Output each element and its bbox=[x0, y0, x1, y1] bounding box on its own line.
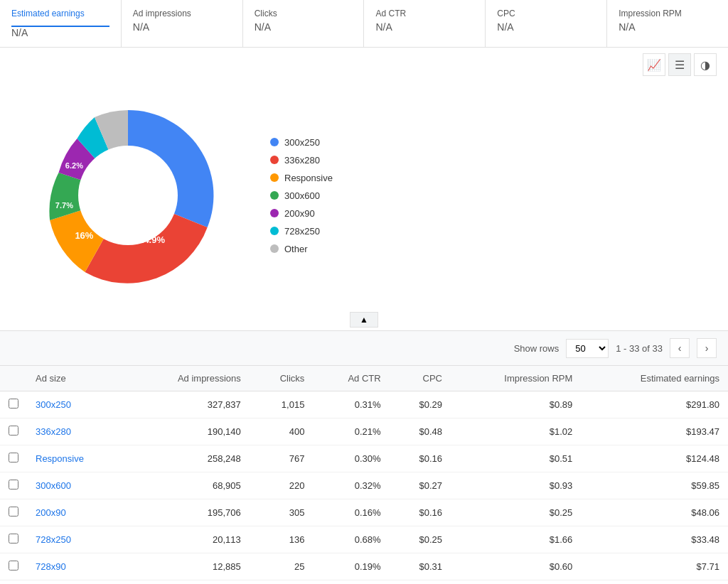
prev-page-button[interactable]: ‹ bbox=[670, 338, 690, 358]
table-area: Show rows 50 25 100 1 - 33 of 33 ‹ › Ad … bbox=[0, 330, 728, 584]
row-clicks: 767 bbox=[250, 445, 314, 472]
col-adsize[interactable]: Ad size bbox=[27, 366, 127, 391]
row-estimatedearnings: $48.06 bbox=[581, 499, 728, 526]
row-clicks: 1,015 bbox=[250, 391, 314, 418]
table-row: Responsive 258,248 767 0.30% $0.16 $0.51… bbox=[0, 445, 728, 472]
row-adimpressions: 12,885 bbox=[127, 553, 249, 580]
row-adsize[interactable]: 300x250 bbox=[27, 391, 127, 418]
col-cpc[interactable]: CPC bbox=[390, 366, 451, 391]
row-adsize[interactable]: 728x90 bbox=[27, 553, 127, 580]
row-estimatedearnings: $193.47 bbox=[581, 418, 728, 445]
row-checkbox[interactable] bbox=[0, 499, 27, 526]
row-estimatedearnings: $124.48 bbox=[581, 445, 728, 472]
row-checkbox[interactable] bbox=[0, 553, 27, 580]
table-row: 200x90 195,706 305 0.16% $0.16 $0.25 $48… bbox=[0, 499, 728, 526]
stat-item-impression-rpm[interactable]: Impression RPM N/A bbox=[607, 0, 728, 47]
row-estimatedearnings: $33.48 bbox=[581, 526, 728, 553]
table-row: 300x600 68,905 220 0.32% $0.27 $0.93 $59… bbox=[0, 472, 728, 499]
row-impressionrpm: $1.66 bbox=[451, 526, 581, 553]
row-adsize[interactable]: 200x90 bbox=[27, 499, 127, 526]
row-checkbox[interactable] bbox=[0, 472, 27, 499]
next-page-button[interactable]: › bbox=[697, 338, 717, 358]
row-adsize[interactable]: 468x15 bbox=[27, 580, 127, 585]
data-table: Ad size Ad impressions Clicks Ad CTR CPC… bbox=[0, 366, 728, 584]
row-cpc: $0.16 bbox=[390, 445, 451, 472]
pie-view-button[interactable]: ◑ bbox=[694, 53, 717, 76]
row-adimpressions: 258,248 bbox=[127, 445, 249, 472]
row-clicks: 220 bbox=[250, 472, 314, 499]
row-adsize[interactable]: Responsive bbox=[27, 445, 127, 472]
row-estimatedearnings: $59.85 bbox=[581, 472, 728, 499]
row-checkbox[interactable] bbox=[0, 418, 27, 445]
row-checkbox[interactable] bbox=[0, 526, 27, 553]
col-adctr[interactable]: Ad CTR bbox=[313, 366, 389, 391]
row-adimpressions: 68,905 bbox=[127, 472, 249, 499]
row-impressionrpm: $0.89 bbox=[451, 391, 581, 418]
view-toggles: 📈 ☰ ◑ bbox=[0, 48, 728, 82]
row-adctr: 0.16% bbox=[313, 499, 389, 526]
row-adimpressions: 2,314 bbox=[127, 580, 249, 585]
row-estimatedearnings: $291.80 bbox=[581, 391, 728, 418]
legend-item-300-250: 300x250 bbox=[270, 137, 333, 148]
legend-item-336-280: 336x280 bbox=[270, 155, 333, 166]
row-clicks: 305 bbox=[250, 499, 314, 526]
stat-label: Ad impressions bbox=[133, 9, 231, 18]
col-adimpressions[interactable]: Ad impressions bbox=[127, 366, 249, 391]
table-row: 336x280 190,140 400 0.21% $0.48 $1.02 $1… bbox=[0, 418, 728, 445]
stats-bar: Estimated earnings N/A Ad impressions N/… bbox=[0, 0, 728, 48]
row-impressionrpm: $0.60 bbox=[451, 553, 581, 580]
row-adctr: 0.32% bbox=[313, 472, 389, 499]
legend-label: 728x250 bbox=[284, 226, 320, 237]
row-checkbox[interactable] bbox=[0, 445, 27, 472]
rows-select[interactable]: 50 25 100 bbox=[566, 339, 609, 358]
row-clicks: 13 bbox=[250, 580, 314, 585]
stat-label: CPC bbox=[497, 9, 595, 18]
col-impressionrpm[interactable]: Impression RPM bbox=[451, 366, 581, 391]
row-cpc: $0.25 bbox=[390, 526, 451, 553]
legend-label: 300x250 bbox=[284, 137, 320, 148]
col-checkbox bbox=[0, 366, 27, 391]
label-300x250: 37.6% bbox=[138, 174, 166, 185]
legend-dot bbox=[270, 227, 279, 235]
row-cpc: $0.41 bbox=[390, 580, 451, 585]
legend-item-other: Other bbox=[270, 244, 333, 254]
row-clicks: 25 bbox=[250, 553, 314, 580]
chart-legend: 300x250 336x280 Responsive 300x600 200x9… bbox=[270, 137, 333, 254]
row-impressionrpm: $1.02 bbox=[451, 418, 581, 445]
stat-item-clicks[interactable]: Clicks N/A bbox=[243, 0, 365, 47]
stat-item-ad-impressions[interactable]: Ad impressions N/A bbox=[122, 0, 243, 47]
legend-item-300-600: 300x600 bbox=[270, 190, 333, 201]
chart-view-button[interactable]: 📈 bbox=[643, 53, 665, 76]
row-adsize[interactable]: 336x280 bbox=[27, 418, 127, 445]
row-checkbox[interactable] bbox=[0, 580, 27, 585]
row-adctr: 0.31% bbox=[313, 391, 389, 418]
row-clicks: 400 bbox=[250, 418, 314, 445]
row-impressionrpm: $3.03 bbox=[451, 580, 581, 585]
row-cpc: $0.16 bbox=[390, 499, 451, 526]
table-view-button[interactable]: ☰ bbox=[668, 53, 691, 76]
legend-dot bbox=[270, 173, 279, 182]
legend-dot bbox=[270, 156, 279, 164]
row-adimpressions: 190,140 bbox=[127, 418, 249, 445]
stat-label: Ad CTR bbox=[375, 9, 473, 18]
collapse-button[interactable]: ▲ bbox=[350, 312, 378, 328]
legend-item-728-250: 728x250 bbox=[270, 226, 333, 237]
legend-item-responsive: Responsive bbox=[270, 173, 333, 183]
legend-item-200-90: 200x90 bbox=[270, 208, 333, 219]
row-impressionrpm: $0.51 bbox=[451, 445, 581, 472]
row-checkbox[interactable] bbox=[0, 391, 27, 418]
table-header-row: Ad size Ad impressions Clicks Ad CTR CPC… bbox=[0, 366, 728, 391]
row-adsize[interactable]: 300x600 bbox=[27, 472, 127, 499]
table-row: 300x250 327,837 1,015 0.31% $0.29 $0.89 … bbox=[0, 391, 728, 418]
col-estimatedearnings[interactable]: Estimated earnings bbox=[581, 366, 728, 391]
row-adimpressions: 20,113 bbox=[127, 526, 249, 553]
stat-item-estimated-earnings[interactable]: Estimated earnings N/A bbox=[0, 0, 122, 47]
row-adsize[interactable]: 728x250 bbox=[27, 526, 127, 553]
row-adctr: 0.68% bbox=[313, 526, 389, 553]
label-336x280: 24.9% bbox=[139, 234, 165, 244]
col-clicks[interactable]: Clicks bbox=[250, 366, 314, 391]
stat-value: N/A bbox=[133, 21, 231, 33]
row-adctr: 0.21% bbox=[313, 418, 389, 445]
stat-item-cpc[interactable]: CPC N/A bbox=[486, 0, 607, 47]
stat-item-ad-ctr[interactable]: Ad CTR N/A bbox=[364, 0, 486, 47]
